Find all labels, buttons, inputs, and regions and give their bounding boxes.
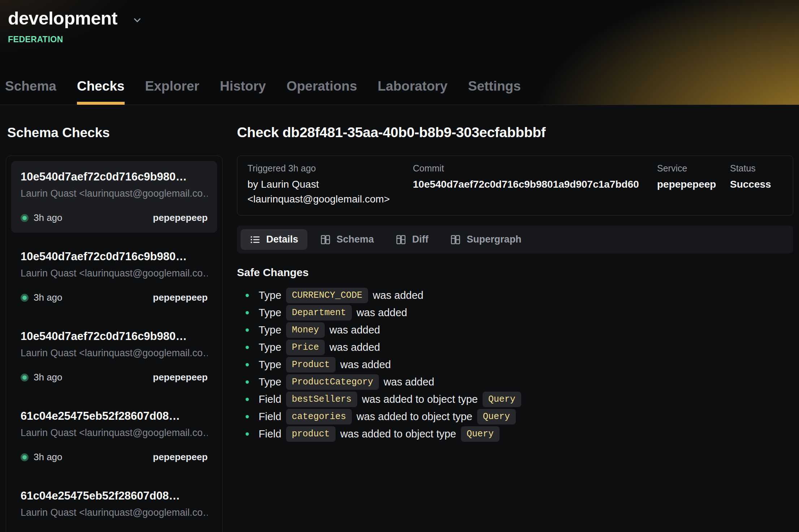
view-tab[interactable]: Diff — [386, 229, 437, 250]
service-value: pepepepeep — [657, 177, 730, 192]
check-list-item[interactable]: 61c04e25475eb52f28607d08… Laurin Quast <… — [11, 400, 217, 472]
change-code-chip: Product — [286, 357, 336, 372]
status-value: Success — [730, 177, 783, 192]
change-code-chip: Department — [286, 305, 352, 320]
project-name: development — [8, 8, 117, 29]
nav-tab-label: Schema — [5, 79, 56, 93]
view-tab-label: Schema — [337, 234, 374, 245]
check-id: 10e540d7aef72c0d716c9b980… — [21, 170, 208, 183]
change-suffix: was added — [329, 341, 380, 353]
view-tab[interactable]: Schema — [311, 229, 383, 250]
change-item: Type Department was added — [237, 304, 793, 321]
nav-tab[interactable]: History — [220, 79, 266, 105]
status-dot-icon — [21, 214, 29, 222]
change-suffix: was added to object type — [362, 393, 478, 405]
view-tab-label: Supergraph — [467, 234, 522, 245]
check-time: 3h ago — [34, 212, 62, 223]
check-list-item[interactable]: 10e540d7aef72c0d716c9b980… Laurin Quast … — [11, 241, 217, 313]
change-item: Field product was added to object type Q… — [237, 425, 793, 442]
nav-tab[interactable]: Explorer — [145, 79, 199, 105]
check-author: Laurin Quast <laurinquast@googlemail.co… — [21, 427, 208, 439]
change-prefix: Type — [259, 376, 281, 388]
check-author: Laurin Quast <laurinquast@googlemail.co… — [21, 348, 208, 359]
nav-tab-label: History — [220, 79, 266, 93]
nav-tab[interactable]: Settings — [468, 79, 521, 105]
check-author: Laurin Quast <laurinquast@googlemail.co… — [21, 188, 208, 199]
check-time: 3h ago — [34, 292, 62, 303]
project-nav-tabs: Schema Checks Explorer History Operation… — [0, 79, 521, 105]
bullet-dot-icon — [246, 432, 249, 436]
check-service: pepepepeep — [153, 212, 208, 223]
change-code-chip: ProductCategory — [286, 374, 379, 390]
meta-service-cell: Service pepepepeep — [657, 163, 730, 206]
view-tab-label: Diff — [412, 234, 428, 245]
change-item: Field categories was added to object typ… — [237, 408, 793, 425]
meta-status-cell: Status Success — [730, 163, 783, 206]
check-meta-row: 3h ago pepepepeep — [21, 292, 208, 303]
nav-tab[interactable]: Operations — [286, 79, 357, 105]
change-code-chip: Price — [286, 340, 325, 355]
bullet-dot-icon — [246, 328, 249, 332]
change-prefix: Field — [259, 393, 281, 405]
check-list-item[interactable]: 10e540d7aef72c0d716c9b980… Laurin Quast … — [11, 161, 217, 233]
check-list-item[interactable]: 10e540d7aef72c0d716c9b980… Laurin Quast … — [11, 320, 217, 392]
change-item: Type Product was added — [237, 356, 793, 373]
check-meta-row: 3h ago pepepepeep — [21, 212, 208, 223]
check-list-item[interactable]: 61c04e25475eb52f28607d08… Laurin Quast <… — [11, 480, 217, 532]
check-id: 10e540d7aef72c0d716c9b980… — [21, 250, 208, 263]
view-tab[interactable]: Details — [241, 229, 307, 250]
check-id: 61c04e25475eb52f28607d08… — [21, 489, 208, 502]
triggered-by: by Laurin Quast — [247, 177, 413, 192]
check-meta-row: 3h ago pepepepeep — [21, 452, 208, 463]
meta-commit-cell: Commit 10e540d7aef72c0d716c9b9801a9d907c… — [413, 163, 657, 206]
bullet-dot-icon — [246, 380, 249, 384]
nav-tab-label: Laboratory — [378, 79, 448, 93]
change-item: Type Price was added — [237, 339, 793, 356]
check-id: 61c04e25475eb52f28607d08… — [21, 410, 208, 423]
nav-tab-label: Settings — [468, 79, 521, 93]
check-author: Laurin Quast <laurinquast@googlemail.co… — [21, 268, 208, 279]
change-suffix: was added — [384, 376, 434, 388]
check-service: pepepepeep — [153, 452, 208, 463]
meta-triggered-cell: Triggered 3h ago by Laurin Quast <laurin… — [247, 163, 413, 206]
change-prefix: Type — [259, 359, 281, 371]
change-code-chip: CURRENCY_CODE — [286, 288, 368, 303]
nav-tab[interactable]: Schema — [5, 79, 56, 105]
bullet-dot-icon — [246, 363, 249, 366]
change-target-chip: Query — [483, 392, 521, 407]
change-item: Field bestSellers was added to object ty… — [237, 391, 793, 408]
status-dot-icon — [21, 453, 29, 461]
view-tab[interactable]: Supergraph — [441, 229, 531, 250]
list-icon — [250, 234, 260, 245]
change-code-chip: product — [286, 426, 336, 442]
change-prefix: Type — [259, 324, 281, 336]
nav-tab[interactable]: Laboratory — [378, 79, 448, 105]
triggered-email: <laurinquast@googlemail.com> — [247, 192, 413, 207]
columns-icon — [396, 234, 406, 245]
change-suffix: was added — [340, 359, 391, 371]
change-target-chip: Query — [461, 426, 500, 442]
project-switcher[interactable]: development — [8, 8, 799, 29]
change-code-chip: categories — [286, 409, 352, 424]
change-item: Type CURRENCY_CODE was added — [237, 287, 793, 304]
bullet-dot-icon — [246, 415, 249, 418]
view-tab-label: Details — [266, 234, 298, 245]
check-id: 10e540d7aef72c0d716c9b980… — [21, 330, 208, 343]
service-label: Service — [657, 163, 730, 174]
check-time: 3h ago — [34, 452, 62, 463]
change-prefix: Field — [259, 428, 281, 440]
bullet-dot-icon — [246, 346, 249, 349]
check-meta-row: 3h ago pepepepeep — [21, 372, 208, 383]
nav-tab-label: Checks — [77, 79, 125, 93]
change-item: Type ProductCategory was added — [237, 373, 793, 391]
safe-changes-title: Safe Changes — [237, 266, 793, 279]
status-dot-icon — [21, 294, 29, 302]
check-meta-box: Triggered 3h ago by Laurin Quast <laurin… — [237, 156, 793, 215]
check-author: Laurin Quast <laurinquast@googlemail.co… — [21, 507, 208, 518]
columns-icon — [320, 234, 331, 245]
change-suffix: was added — [357, 307, 407, 319]
commit-label: Commit — [413, 163, 657, 174]
nav-tab[interactable]: Checks — [77, 79, 125, 105]
change-prefix: Type — [259, 341, 281, 353]
check-service: pepepepeep — [153, 292, 208, 303]
